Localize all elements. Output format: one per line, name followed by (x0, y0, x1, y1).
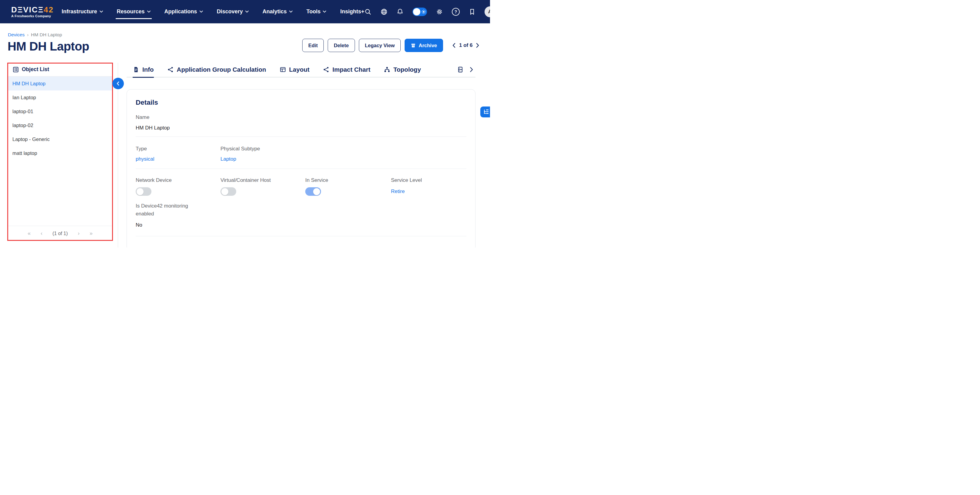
settings-gear-icon[interactable] (436, 8, 443, 16)
pagination-first-icon[interactable]: « (27, 230, 30, 236)
bookmark-icon[interactable] (468, 8, 476, 16)
search-icon[interactable] (364, 8, 372, 16)
header-actions: Edit Delete Legacy View Archive 1 of 6 (302, 39, 480, 52)
delete-button[interactable]: Delete (328, 39, 355, 52)
pager-label: 1 of 6 (459, 42, 473, 48)
help-icon[interactable]: ? (452, 8, 460, 16)
sun-icon (422, 10, 426, 14)
object-list-panel: Object List HM DH Laptop Ian Laptop lapt… (7, 63, 113, 241)
name-value: HM DH Laptop (136, 125, 170, 131)
breadcrumb-current: HM DH Laptop (31, 32, 62, 38)
device42-logo[interactable]: DΞVICΞ42 A Freshworks Company (11, 6, 54, 18)
breadcrumb: Devices › HM DH Laptop (8, 32, 62, 38)
in-service-toggle[interactable] (305, 187, 321, 196)
archive-button[interactable]: Archive (405, 39, 443, 52)
nav-item-tools[interactable]: Tools (307, 0, 326, 24)
chevron-down-icon (289, 11, 293, 13)
chevron-down-icon (200, 11, 203, 13)
logo-subtitle: A Freshworks Company (11, 14, 54, 18)
field-physical-subtype: Physical Subtype Laptop (221, 146, 260, 162)
object-list-item[interactable]: matt laptop (7, 146, 113, 160)
field-monitoring: Is Device42 monitoring enabled No (136, 202, 196, 228)
tab-info[interactable]: Info (133, 62, 154, 77)
nav-item-insights[interactable]: Insights+ (340, 0, 364, 24)
field-network-device: Network Device (136, 177, 172, 196)
chevron-down-icon (100, 11, 103, 13)
nav-item-resources[interactable]: Resources (117, 0, 151, 24)
share-network-icon (167, 66, 174, 73)
service-level-link[interactable]: Retire (391, 189, 422, 195)
object-list-item[interactable]: HM DH Laptop (7, 76, 113, 90)
pager-next-icon[interactable] (476, 43, 480, 48)
breadcrumb-separator: › (27, 32, 29, 38)
physical-subtype-link[interactable]: Laptop (221, 156, 260, 162)
chevron-left-icon (115, 81, 121, 87)
chevron-down-icon (245, 11, 249, 13)
monitoring-value: No (136, 222, 196, 228)
object-list-pagination: « ‹ (1 of 1) › » (7, 226, 113, 241)
share-network-icon (323, 66, 329, 73)
archive-box-icon (410, 43, 416, 48)
field-virtual-container-host: Virtual/Container Host (221, 177, 271, 196)
chevron-down-icon (147, 11, 151, 13)
tab-overflow-group (457, 66, 474, 73)
notifications-bell-icon[interactable] (396, 8, 404, 16)
server-rack-icon[interactable] (457, 66, 464, 73)
chevron-down-icon (323, 11, 326, 13)
field-type: Type physical (136, 146, 154, 162)
tree-view-button[interactable] (480, 106, 490, 117)
layout-icon (280, 66, 286, 73)
detail-tabs: Info Application Group Calculation Layou… (127, 62, 476, 78)
object-list-item[interactable]: Ian Laptop (7, 90, 113, 105)
section-divider (136, 168, 466, 169)
tree-list-icon (483, 109, 489, 115)
nav-item-applications[interactable]: Applications (164, 0, 203, 24)
network-device-toggle[interactable] (136, 187, 151, 196)
top-navbar: DΞVICΞ42 A Freshworks Company Infrastruc… (0, 0, 490, 24)
globe-icon[interactable] (380, 8, 388, 16)
breadcrumb-devices-link[interactable]: Devices (8, 32, 24, 38)
nav-item-discovery[interactable]: Discovery (217, 0, 249, 24)
user-avatar[interactable]: A (485, 6, 490, 17)
object-list-header: Object List (7, 63, 113, 76)
page-title: HM DH Laptop (8, 40, 89, 53)
theme-toggle[interactable] (412, 8, 427, 16)
field-name: Name HM DH Laptop (136, 114, 170, 131)
type-link[interactable]: physical (136, 156, 154, 162)
virtual-container-host-toggle[interactable] (221, 187, 236, 196)
tab-application-group-calculation[interactable]: Application Group Calculation (167, 62, 266, 77)
object-list-icon (13, 66, 19, 73)
pagination-next-icon[interactable]: › (78, 230, 80, 236)
field-in-service: In Service (305, 177, 328, 196)
section-divider (136, 236, 466, 236)
details-card: Details Name HM DH Laptop Type physical … (127, 89, 476, 248)
tab-topology[interactable]: Topology (384, 62, 421, 77)
object-list-item[interactable]: laptop-02 (7, 118, 113, 132)
nav-item-infrastructure[interactable]: Infrastructure (62, 0, 103, 24)
details-heading: Details (136, 98, 158, 106)
nav-item-analytics[interactable]: Analytics (262, 0, 293, 24)
theme-toggle-knob (413, 8, 420, 16)
legacy-view-button[interactable]: Legacy View (359, 39, 401, 52)
navbar-icon-group: ? A (364, 6, 490, 17)
tab-layout[interactable]: Layout (280, 62, 310, 77)
edit-button[interactable]: Edit (302, 39, 324, 52)
pagination-label: (1 of 1) (52, 231, 68, 236)
record-pager: 1 of 6 (452, 42, 480, 48)
document-icon (133, 66, 139, 73)
tabs-scroll-right-icon[interactable] (469, 67, 474, 73)
main-menu: Infrastructure Resources Applications Di… (62, 0, 364, 24)
object-list-item[interactable]: Laptop - Generic (7, 132, 113, 146)
object-list-item[interactable]: laptop-01 (7, 105, 113, 118)
section-divider (136, 136, 466, 137)
object-list-title: Object List (22, 66, 49, 73)
pagination-last-icon[interactable]: » (90, 230, 93, 236)
logo-wordmark: DΞVICΞ42 (11, 6, 54, 14)
pagination-prev-icon[interactable]: ‹ (41, 230, 42, 236)
collapse-panel-button[interactable] (112, 78, 124, 89)
pager-prev-icon[interactable] (452, 43, 456, 48)
sitemap-icon (384, 66, 390, 73)
field-service-level: Service Level Retire (391, 177, 422, 195)
tab-impact-chart[interactable]: Impact Chart (323, 62, 371, 77)
